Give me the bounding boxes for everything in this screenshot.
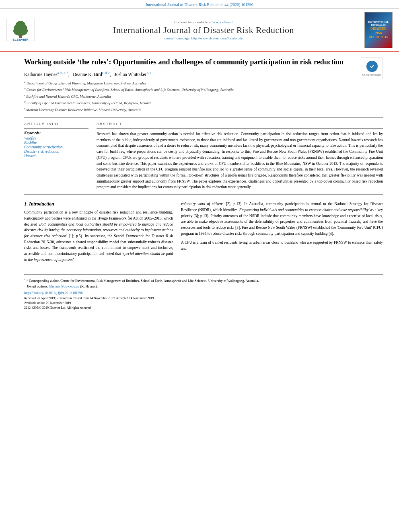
intro-right-column: voluntary work of citizens' [2]; p.13). … [181, 201, 383, 266]
section-number: 1. [24, 201, 29, 207]
intro-right-para-1: voluntary work of citizens' [2]; p.13). … [181, 201, 383, 236]
section-title: Introduction [29, 201, 54, 207]
section-heading: 1. Introduction [24, 201, 173, 207]
keyword-disaster-risk-reduction: Disaster risk reduction [24, 150, 88, 154]
journal-homepage-line: journal homepage: http://www.elsevier.co… [49, 36, 358, 40]
affiliation-c: c Bushfire and Natural Hazards CRC, Melb… [24, 93, 383, 99]
intro-section: 1. Introduction Community participation … [24, 201, 383, 266]
sciencedirect-line: Contents lists available at ScienceDirec… [49, 20, 358, 24]
check-for-updates-badge[interactable]: Check for updates [361, 57, 383, 79]
intro-left-para-1: Community participation is a key princip… [24, 210, 173, 263]
abstract-title: ABSTRACT [97, 122, 383, 126]
main-content: Check for updates Working outside ‘the r… [0, 52, 399, 315]
footnote-section: * * Corresponding author. Centre for Env… [24, 274, 383, 311]
authors-line: Katharine Haynesa, b, c, *, Deanne K. Bi… [24, 71, 383, 77]
banner-text: International Journal of Disaster Risk R… [146, 2, 253, 7]
affiliations: a Department of Geography and Planning, … [24, 80, 383, 113]
divider-2 [24, 194, 383, 195]
journal-header: ELSEVIER Contents lists available at Sci… [0, 9, 399, 52]
author1-name: Katharine Haynes [24, 72, 58, 77]
keyword-hazard: Hazard [24, 154, 88, 158]
affiliation-a: a Department of Geography and Planning, … [24, 80, 383, 86]
journal-title-block: Contents lists available at ScienceDirec… [49, 20, 358, 40]
article-title: Working outside ‘the rules’: Opportuniti… [24, 57, 383, 67]
divider-1 [24, 117, 383, 118]
article-body: ARTICLE INFO Keywords: Wildfire Bushfire… [24, 122, 383, 190]
footnote-email: E-mail address: khaynes@uow.edu.au (K. H… [24, 284, 383, 289]
homepage-link[interactable]: http://www.elsevier.com/locate/ijdrr [191, 36, 244, 40]
keyword-wildfire: Wildfire [24, 136, 88, 140]
article-info-title: ARTICLE INFO [24, 122, 88, 126]
affiliation-d: d Faculty of Life and Environmental Scie… [24, 100, 383, 106]
elsevier-logo: ELSEVIER [6, 19, 43, 42]
author3-sup: b, c [146, 71, 151, 75]
check-updates-label: Check for updates [362, 73, 381, 76]
affiliation-e: e Monash University Disaster Resilience … [24, 107, 383, 113]
abstract-section: ABSTRACT Research has shown that greater… [97, 122, 383, 190]
keywords-label: Keywords: [24, 131, 88, 135]
check-circle-icon [366, 61, 378, 72]
doi-line[interactable]: https://doi.org/10.1016/j.ijdrr.2019.101… [24, 291, 383, 295]
author3-name: Joshua Whittaker [114, 72, 146, 77]
journal-cover-image: INTERNATIONALJOURNAL OF DISASTER RISK RE… [364, 12, 393, 48]
abstract-text: Research has shown that greater communit… [97, 131, 383, 190]
sciencedirect-link[interactable]: ScienceDirect [212, 20, 232, 24]
author2-sup: c, d, e [102, 71, 110, 75]
affiliation-b: b Centre for Environmental Risk Manageme… [24, 86, 383, 92]
article-info-panel: ARTICLE INFO Keywords: Wildfire Bushfire… [24, 122, 88, 190]
journal-main-title: International Journal of Disaster Risk R… [49, 25, 358, 35]
author2-name: Deanne K. Bird [73, 72, 102, 77]
received-line: Received 20 April 2019; Received in revi… [24, 296, 383, 310]
intro-right-para-2: A CFU is a team of trained residents liv… [181, 240, 383, 251]
keyword-community-participation: Community participation [24, 145, 88, 149]
footnote-corresponding: * * Corresponding author. Centre for Env… [24, 278, 383, 283]
email-link[interactable]: khaynes@uow.edu.au [49, 284, 79, 288]
svg-point-3 [13, 26, 28, 36]
intro-left-column: 1. Introduction Community participation … [24, 201, 173, 266]
top-banner: International Journal of Disaster Risk R… [0, 0, 399, 9]
keyword-bushfire: Bushfire [24, 141, 88, 145]
author1-sup: a, b, c, * [58, 71, 68, 75]
svg-text:ELSEVIER: ELSEVIER [12, 38, 29, 41]
